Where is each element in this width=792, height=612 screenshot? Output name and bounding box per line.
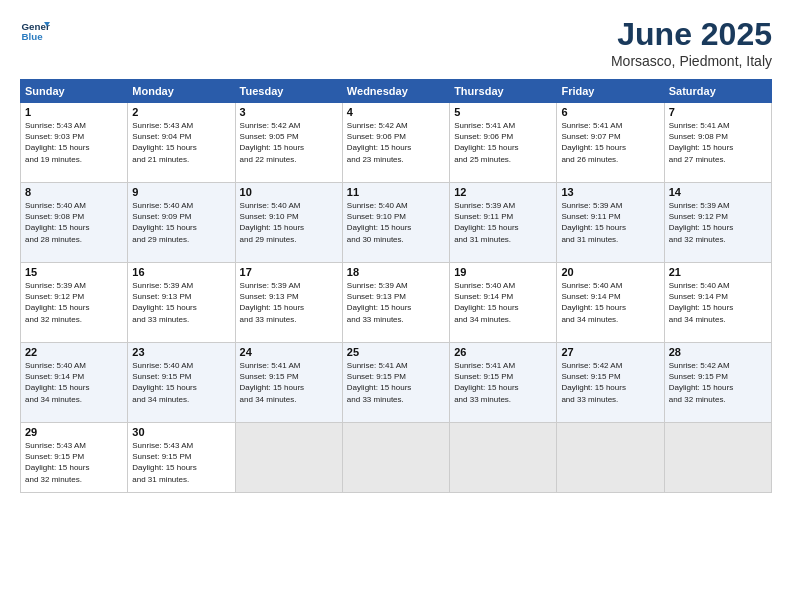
day-info: Sunrise: 5:41 AM Sunset: 9:08 PM Dayligh…: [669, 120, 767, 165]
day-info: Sunrise: 5:40 AM Sunset: 9:15 PM Dayligh…: [132, 360, 230, 405]
calendar-cell: 11Sunrise: 5:40 AM Sunset: 9:10 PM Dayli…: [342, 183, 449, 263]
calendar-cell: 13Sunrise: 5:39 AM Sunset: 9:11 PM Dayli…: [557, 183, 664, 263]
calendar-cell: [557, 423, 664, 493]
day-number: 30: [132, 426, 230, 438]
day-info: Sunrise: 5:43 AM Sunset: 9:03 PM Dayligh…: [25, 120, 123, 165]
day-info: Sunrise: 5:42 AM Sunset: 9:06 PM Dayligh…: [347, 120, 445, 165]
day-number: 1: [25, 106, 123, 118]
calendar-cell: 14Sunrise: 5:39 AM Sunset: 9:12 PM Dayli…: [664, 183, 771, 263]
calendar-cell: 10Sunrise: 5:40 AM Sunset: 9:10 PM Dayli…: [235, 183, 342, 263]
calendar-week-row: 22Sunrise: 5:40 AM Sunset: 9:14 PM Dayli…: [21, 343, 772, 423]
calendar-cell: [664, 423, 771, 493]
day-info: Sunrise: 5:39 AM Sunset: 9:11 PM Dayligh…: [454, 200, 552, 245]
day-info: Sunrise: 5:42 AM Sunset: 9:05 PM Dayligh…: [240, 120, 338, 165]
day-number: 28: [669, 346, 767, 358]
calendar-cell: 24Sunrise: 5:41 AM Sunset: 9:15 PM Dayli…: [235, 343, 342, 423]
calendar-cell: 12Sunrise: 5:39 AM Sunset: 9:11 PM Dayli…: [450, 183, 557, 263]
col-monday: Monday: [128, 80, 235, 103]
calendar-cell: 9Sunrise: 5:40 AM Sunset: 9:09 PM Daylig…: [128, 183, 235, 263]
day-number: 18: [347, 266, 445, 278]
calendar-cell: 27Sunrise: 5:42 AM Sunset: 9:15 PM Dayli…: [557, 343, 664, 423]
calendar-week-row: 8Sunrise: 5:40 AM Sunset: 9:08 PM Daylig…: [21, 183, 772, 263]
logo: General Blue General Blue: [20, 16, 50, 46]
calendar-cell: 2Sunrise: 5:43 AM Sunset: 9:04 PM Daylig…: [128, 103, 235, 183]
day-info: Sunrise: 5:39 AM Sunset: 9:11 PM Dayligh…: [561, 200, 659, 245]
calendar-cell: [342, 423, 449, 493]
logo-icon: General Blue: [20, 16, 50, 46]
day-info: Sunrise: 5:42 AM Sunset: 9:15 PM Dayligh…: [669, 360, 767, 405]
day-number: 7: [669, 106, 767, 118]
day-number: 5: [454, 106, 552, 118]
day-info: Sunrise: 5:39 AM Sunset: 9:13 PM Dayligh…: [132, 280, 230, 325]
day-info: Sunrise: 5:43 AM Sunset: 9:15 PM Dayligh…: [25, 440, 123, 485]
day-info: Sunrise: 5:41 AM Sunset: 9:06 PM Dayligh…: [454, 120, 552, 165]
col-friday: Friday: [557, 80, 664, 103]
day-info: Sunrise: 5:41 AM Sunset: 9:15 PM Dayligh…: [347, 360, 445, 405]
header: General Blue General Blue June 2025 Mors…: [20, 16, 772, 69]
day-info: Sunrise: 5:43 AM Sunset: 9:04 PM Dayligh…: [132, 120, 230, 165]
day-number: 25: [347, 346, 445, 358]
day-number: 9: [132, 186, 230, 198]
calendar-cell: 29Sunrise: 5:43 AM Sunset: 9:15 PM Dayli…: [21, 423, 128, 493]
day-info: Sunrise: 5:40 AM Sunset: 9:08 PM Dayligh…: [25, 200, 123, 245]
calendar-subtitle: Morsasco, Piedmont, Italy: [611, 53, 772, 69]
day-info: Sunrise: 5:41 AM Sunset: 9:15 PM Dayligh…: [240, 360, 338, 405]
day-info: Sunrise: 5:39 AM Sunset: 9:13 PM Dayligh…: [240, 280, 338, 325]
calendar-cell: 18Sunrise: 5:39 AM Sunset: 9:13 PM Dayli…: [342, 263, 449, 343]
calendar-cell: 20Sunrise: 5:40 AM Sunset: 9:14 PM Dayli…: [557, 263, 664, 343]
day-number: 2: [132, 106, 230, 118]
day-number: 8: [25, 186, 123, 198]
day-number: 17: [240, 266, 338, 278]
day-number: 10: [240, 186, 338, 198]
calendar-cell: 3Sunrise: 5:42 AM Sunset: 9:05 PM Daylig…: [235, 103, 342, 183]
day-number: 12: [454, 186, 552, 198]
calendar-cell: [235, 423, 342, 493]
calendar-cell: 21Sunrise: 5:40 AM Sunset: 9:14 PM Dayli…: [664, 263, 771, 343]
col-thursday: Thursday: [450, 80, 557, 103]
day-info: Sunrise: 5:42 AM Sunset: 9:15 PM Dayligh…: [561, 360, 659, 405]
calendar-cell: 16Sunrise: 5:39 AM Sunset: 9:13 PM Dayli…: [128, 263, 235, 343]
calendar-cell: 30Sunrise: 5:43 AM Sunset: 9:15 PM Dayli…: [128, 423, 235, 493]
day-info: Sunrise: 5:40 AM Sunset: 9:10 PM Dayligh…: [240, 200, 338, 245]
day-info: Sunrise: 5:41 AM Sunset: 9:15 PM Dayligh…: [454, 360, 552, 405]
calendar-cell: 25Sunrise: 5:41 AM Sunset: 9:15 PM Dayli…: [342, 343, 449, 423]
calendar-cell: 15Sunrise: 5:39 AM Sunset: 9:12 PM Dayli…: [21, 263, 128, 343]
day-info: Sunrise: 5:43 AM Sunset: 9:15 PM Dayligh…: [132, 440, 230, 485]
day-number: 23: [132, 346, 230, 358]
calendar-cell: 22Sunrise: 5:40 AM Sunset: 9:14 PM Dayli…: [21, 343, 128, 423]
day-number: 13: [561, 186, 659, 198]
day-info: Sunrise: 5:40 AM Sunset: 9:14 PM Dayligh…: [25, 360, 123, 405]
day-info: Sunrise: 5:40 AM Sunset: 9:14 PM Dayligh…: [454, 280, 552, 325]
day-number: 21: [669, 266, 767, 278]
day-info: Sunrise: 5:40 AM Sunset: 9:14 PM Dayligh…: [561, 280, 659, 325]
day-number: 20: [561, 266, 659, 278]
day-info: Sunrise: 5:40 AM Sunset: 9:10 PM Dayligh…: [347, 200, 445, 245]
calendar-cell: 28Sunrise: 5:42 AM Sunset: 9:15 PM Dayli…: [664, 343, 771, 423]
page: General Blue General Blue June 2025 Mors…: [0, 0, 792, 612]
day-info: Sunrise: 5:39 AM Sunset: 9:12 PM Dayligh…: [25, 280, 123, 325]
day-number: 26: [454, 346, 552, 358]
day-number: 27: [561, 346, 659, 358]
calendar-body: 1Sunrise: 5:43 AM Sunset: 9:03 PM Daylig…: [21, 103, 772, 493]
day-info: Sunrise: 5:40 AM Sunset: 9:09 PM Dayligh…: [132, 200, 230, 245]
calendar-cell: 1Sunrise: 5:43 AM Sunset: 9:03 PM Daylig…: [21, 103, 128, 183]
title-area: June 2025 Morsasco, Piedmont, Italy: [611, 16, 772, 69]
day-info: Sunrise: 5:39 AM Sunset: 9:12 PM Dayligh…: [669, 200, 767, 245]
col-wednesday: Wednesday: [342, 80, 449, 103]
day-number: 16: [132, 266, 230, 278]
day-number: 19: [454, 266, 552, 278]
calendar-week-row: 1Sunrise: 5:43 AM Sunset: 9:03 PM Daylig…: [21, 103, 772, 183]
day-number: 22: [25, 346, 123, 358]
day-info: Sunrise: 5:40 AM Sunset: 9:14 PM Dayligh…: [669, 280, 767, 325]
calendar-cell: [450, 423, 557, 493]
col-sunday: Sunday: [21, 80, 128, 103]
day-number: 4: [347, 106, 445, 118]
day-info: Sunrise: 5:39 AM Sunset: 9:13 PM Dayligh…: [347, 280, 445, 325]
calendar-table: Sunday Monday Tuesday Wednesday Thursday…: [20, 79, 772, 493]
calendar-cell: 4Sunrise: 5:42 AM Sunset: 9:06 PM Daylig…: [342, 103, 449, 183]
svg-text:Blue: Blue: [22, 31, 44, 42]
calendar-cell: 8Sunrise: 5:40 AM Sunset: 9:08 PM Daylig…: [21, 183, 128, 263]
calendar-cell: 6Sunrise: 5:41 AM Sunset: 9:07 PM Daylig…: [557, 103, 664, 183]
col-saturday: Saturday: [664, 80, 771, 103]
calendar-cell: 23Sunrise: 5:40 AM Sunset: 9:15 PM Dayli…: [128, 343, 235, 423]
